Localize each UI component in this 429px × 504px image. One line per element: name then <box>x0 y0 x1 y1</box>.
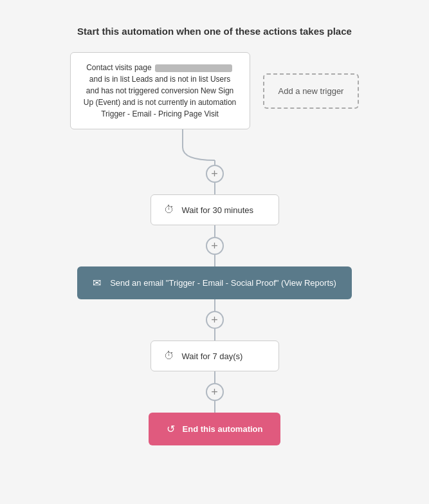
email-step[interactable]: ✉ Send an email "Trigger - Email - Socia… <box>77 266 352 299</box>
page-title: Start this automation when one of these … <box>77 26 352 37</box>
trigger-box-1[interactable]: Contact visits page and is in list Leads… <box>70 52 250 129</box>
blurred-url <box>155 64 232 72</box>
connector-4: + <box>206 371 224 413</box>
wait-30-step[interactable]: ⏱ Wait for 30 minutes <box>151 194 279 225</box>
clock-icon-2: ⏱ <box>164 350 174 362</box>
automation-canvas: Start this automation when one of these … <box>0 13 429 471</box>
email-label: Send an email "Trigger - Email - Social … <box>110 278 336 288</box>
add-step-button-3[interactable]: + <box>206 311 224 329</box>
add-trigger-button[interactable]: Add a new trigger <box>263 73 360 109</box>
trigger-text: Contact visits page and is in list Leads… <box>84 63 236 118</box>
email-icon: ✉ <box>93 277 101 289</box>
connector-3: + <box>206 299 224 341</box>
end-icon: ↺ <box>167 423 175 435</box>
line-4 <box>214 299 215 311</box>
line-7 <box>214 401 215 413</box>
end-automation-step[interactable]: ↺ End this automation <box>149 413 281 445</box>
line-5 <box>214 329 215 341</box>
merge-connector <box>105 129 324 165</box>
line-3 <box>214 255 215 266</box>
add-step-button-2[interactable]: + <box>206 237 224 255</box>
add-step-button-4[interactable]: + <box>206 383 224 401</box>
wait-30-label: Wait for 30 minutes <box>182 205 254 215</box>
add-step-button-1[interactable]: + <box>206 165 224 183</box>
line-1 <box>214 183 215 194</box>
end-label: End this automation <box>183 424 263 434</box>
wait-7-step[interactable]: ⏱ Wait for 7 day(s) <box>151 341 279 371</box>
trigger-row: Contact visits page and is in list Leads… <box>0 52 429 129</box>
line-6 <box>214 371 215 383</box>
clock-icon-1: ⏱ <box>164 204 174 216</box>
connector-2: + <box>206 225 224 266</box>
wait-7-label: Wait for 7 day(s) <box>182 351 243 361</box>
line-2 <box>214 225 215 237</box>
connector-1: + <box>206 165 224 194</box>
